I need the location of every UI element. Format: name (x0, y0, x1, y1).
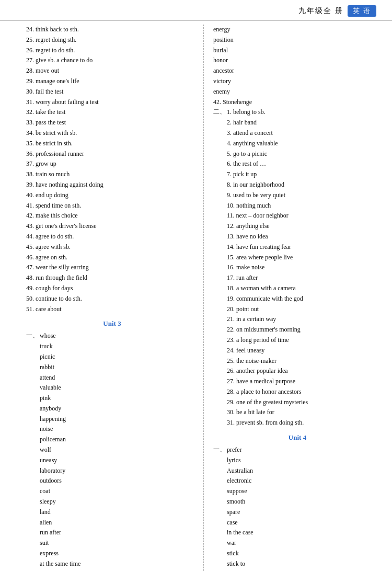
list-item: 25. the noise-maker (227, 356, 308, 367)
list-item: 15. area where people live (227, 253, 308, 263)
list-item: anybody (40, 404, 80, 414)
list-item: 27. give sb. a chance to do (26, 55, 198, 66)
list-item: smooth (227, 497, 265, 507)
list-item: 30. fail the test (26, 87, 198, 97)
list-item: sleepy (40, 497, 80, 507)
list-item: 4. anything valuable (227, 139, 308, 149)
list-item: 29. manage one's life (26, 76, 198, 87)
list-item: 17. run after (227, 273, 308, 283)
list-item: 18. a woman with a camera (227, 283, 308, 294)
list-item: 22. on midsummer's morning (227, 325, 308, 335)
list-item: 28. a place to honor ancestors (227, 387, 308, 397)
list-item: 1. belong to sb. (227, 107, 308, 118)
list-item: 45. agree with sb. (26, 242, 198, 253)
list-item: 51. care about (26, 304, 198, 315)
list-item: 42. make this choice (26, 211, 198, 221)
list-item: whose (40, 331, 80, 341)
unit4-prefix: 一、 (213, 445, 226, 571)
list-item: noise (40, 424, 80, 435)
list-item: energy (213, 25, 382, 35)
list-item: attend (40, 373, 80, 383)
list-item: 25. regret doing sth. (26, 35, 198, 45)
list-item: run after (40, 528, 80, 538)
list-item: happening (40, 414, 80, 425)
list-item: 19. communicate with the god (227, 294, 308, 304)
list-item: express (40, 549, 80, 559)
list-item: 32. take the test (26, 107, 198, 118)
list-item: 7. pick it up (227, 169, 308, 180)
list-item: 49. cough for days (26, 283, 198, 294)
list-item: 26. another popular idea (227, 366, 308, 376)
right-vocab-continuation: energypositionburialhonorancestorvictory… (213, 25, 382, 107)
list-item: 35. be strict in sth. (26, 139, 198, 149)
list-item: 40. end up doing (26, 190, 198, 201)
list-item: 28. move out (26, 66, 198, 76)
list-item: 39. have nothing against doing (26, 180, 198, 190)
list-item: valuable (40, 383, 80, 393)
unit3-vocab-section: 一、 whosetruckpicnicrabbitattendvaluablep… (26, 331, 198, 571)
list-item: 24. feel uneasy (227, 346, 308, 356)
list-item: 31. prevent sb. from doing sth. (227, 418, 308, 428)
list-item: picnic (40, 352, 80, 362)
list-item: 50. continue to do sth. (26, 294, 198, 304)
list-item: 34. be strict with sb. (26, 128, 198, 139)
right-column: energypositionburialhonorancestorvictory… (204, 25, 382, 571)
list-item: victory (213, 76, 382, 87)
list-item: 11. next – door neighbor (227, 211, 308, 221)
list-item: 42. Stonehenge (213, 97, 382, 108)
list-item: 41. spend time on sth. (26, 201, 198, 211)
section2-prefix: 二、 (213, 107, 226, 428)
list-item: 36. professional runner (26, 149, 198, 159)
list-item: position (213, 35, 382, 45)
list-item: 12. anything else (227, 221, 308, 232)
unit4-vocab-list: preferlyricsAustralianelectronicsupposes… (227, 445, 265, 571)
list-item: uneasy (40, 455, 80, 466)
list-item: truck (40, 341, 80, 352)
list-item: lyrics (227, 455, 265, 466)
left-numbered-list: 24. think back to sth.25. regret doing s… (26, 25, 198, 314)
list-item: Australian (227, 466, 265, 476)
list-item: 24. think back to sth. (26, 25, 198, 35)
list-item: 38. train so much (26, 169, 198, 180)
list-item: spare (227, 507, 265, 518)
list-item: 30. be a bit late for (227, 407, 308, 418)
list-item: 21. in a certain way (227, 314, 308, 325)
list-item: 16. make noise (227, 262, 308, 273)
left-vocab-list: whosetruckpicnicrabbitattendvaluablepink… (40, 331, 80, 571)
list-item: 10. nothing much (227, 201, 308, 211)
list-item: coat (40, 486, 80, 497)
list-item: 9. used to be very quiet (227, 190, 308, 201)
list-item: honor (213, 55, 382, 66)
list-item: policeman (40, 435, 80, 445)
list-item: 5. go to a picnic (227, 149, 308, 159)
list-item: 2. hair band (227, 118, 308, 128)
right-numbered-list: 1. belong to sb.2. hair band3. attend a … (227, 107, 308, 428)
list-item: 33. pass the test (26, 118, 198, 128)
list-item: 37. grow up (26, 159, 198, 169)
list-item: 48. run through the field (26, 273, 198, 283)
list-item: 14. have fun creating fear (227, 242, 308, 253)
unit4-title: Unit 4 (213, 433, 382, 442)
list-item: outdoors (40, 476, 80, 486)
main-content: 24. think back to sth.25. regret doing s… (0, 25, 392, 571)
left-column: 24. think back to sth.25. regret doing s… (26, 25, 204, 571)
list-item: suppose (227, 486, 265, 497)
list-item: 31. worry about failing a test (26, 97, 198, 108)
list-item: pink (40, 393, 80, 404)
list-item: down (227, 569, 265, 571)
list-item: laboratory (40, 466, 80, 476)
list-item: 44. agree to do sth. (26, 232, 198, 242)
list-item: wolf (40, 445, 80, 455)
list-item: stick to (227, 559, 265, 569)
list-item: 26. regret to do sth. (26, 45, 198, 56)
list-item: 6. the rest of … (227, 159, 308, 169)
list-item: at the same time (40, 559, 80, 569)
list-item: 29. one of the greatest mysteries (227, 397, 308, 408)
list-item: ancestor (213, 66, 382, 76)
list-item: 46. agree on sth. (26, 253, 198, 263)
list-item: 47. wear the silly earring (26, 262, 198, 273)
list-item: prefer (227, 445, 265, 455)
list-item: alien (40, 518, 80, 528)
list-item: war (227, 538, 265, 549)
list-item: 27. have a medical purpose (227, 376, 308, 387)
